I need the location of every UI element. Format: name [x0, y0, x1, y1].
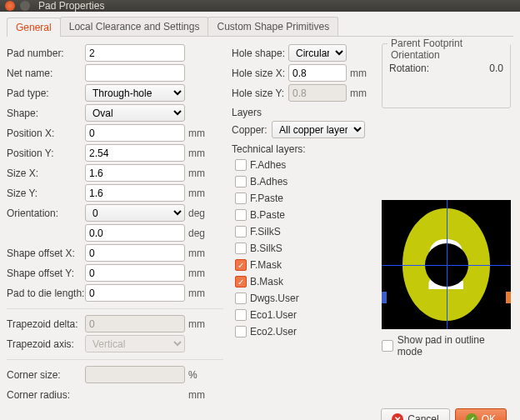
corner-r-input — [85, 386, 185, 403]
layer-label: F.Adhes — [250, 159, 286, 171]
sizey-label: Size Y: — [7, 188, 85, 199]
layer-checkbox-F.SilkS[interactable] — [235, 226, 247, 238]
orient-label: Orientation: — [7, 208, 85, 219]
pad-type-label: Pad type: — [7, 88, 85, 99]
copper-label: Copper: — [232, 124, 272, 136]
window-title: Pad Properties — [38, 0, 104, 12]
trap-d-input — [85, 315, 185, 332]
tab-general[interactable]: General — [7, 18, 61, 37]
tab-local-clearance[interactable]: Local Clearance and Settings — [60, 17, 209, 36]
layer-checkbox-B.Adhes[interactable] — [235, 176, 247, 188]
layer-label: B.Mask — [250, 276, 283, 288]
hole-x-label: Hole size X: — [232, 68, 288, 79]
layer-label: B.SilkS — [250, 242, 282, 254]
sizex-label: Size X: — [7, 168, 85, 179]
offx-label: Shape offset X: — [7, 248, 85, 259]
close-icon[interactable] — [5, 1, 15, 11]
layer-checkbox-B.Paste[interactable] — [235, 209, 247, 221]
minimize-icon[interactable] — [20, 1, 30, 11]
pad-type-select[interactable]: Through-hole — [85, 84, 185, 102]
rotation-label: Rotation: — [389, 62, 429, 74]
layer-label: F.SilkS — [250, 226, 281, 238]
rotation-value: 0.0 — [489, 62, 503, 74]
hole-y-input — [288, 84, 347, 102]
sizey-input[interactable] — [85, 184, 185, 202]
cancel-button[interactable]: ✕Cancel — [381, 408, 449, 420]
offy-input[interactable] — [85, 264, 185, 282]
layer-checkbox-F.Mask[interactable]: ✓ — [235, 259, 247, 271]
tech-layers-label: Technical layers: — [232, 143, 373, 155]
die-input[interactable] — [85, 284, 185, 302]
trap-d-label: Trapezoid delta: — [7, 318, 85, 330]
pad-number-label: Pad number: — [7, 48, 85, 59]
trap-a-select: Vertical — [85, 335, 185, 352]
posy-label: Position Y: — [7, 148, 85, 159]
tab-custom-shape[interactable]: Custom Shape Primitives — [208, 17, 338, 36]
layer-label: B.Paste — [250, 209, 285, 221]
layer-label: F.Paste — [250, 192, 283, 204]
net-name-input[interactable] — [85, 64, 185, 82]
posx-label: Position X: — [7, 128, 85, 139]
layer-checkbox-F.Paste[interactable] — [235, 192, 247, 204]
layer-checkbox-B.Mask[interactable]: ✓ — [235, 276, 247, 288]
tab-bar: General Local Clearance and Settings Cus… — [7, 17, 513, 37]
copper-select[interactable]: All copper layers — [272, 121, 365, 138]
orient-select[interactable]: 0 — [85, 204, 185, 222]
ok-button[interactable]: ✓OK — [455, 408, 507, 420]
show-outline-checkbox[interactable] — [382, 340, 393, 352]
posy-input[interactable] — [85, 144, 185, 162]
shape-select[interactable]: Oval — [85, 104, 185, 122]
ok-icon: ✓ — [466, 413, 478, 420]
hole-y-label: Hole size Y: — [232, 88, 288, 99]
layer-checkbox-F.Adhes[interactable] — [235, 159, 247, 171]
layer-label: B.Adhes — [250, 176, 288, 188]
offy-label: Shape offset Y: — [7, 268, 85, 279]
die-label: Pad to die length: — [7, 288, 85, 299]
corner-sz-input — [85, 366, 185, 383]
layer-label: F.Mask — [250, 259, 282, 271]
net-name-label: Net name: — [7, 68, 85, 79]
layer-checkbox-Eco1.User[interactable] — [235, 309, 247, 321]
trap-a-label: Trapezoid axis: — [7, 338, 85, 350]
shape-label: Shape: — [7, 108, 85, 119]
parent-orientation-title: Parent Footprint Orientation — [388, 38, 510, 61]
corner-sz-label: Corner size: — [7, 369, 85, 381]
parent-orientation-box: Parent Footprint Orientation Front side … — [382, 43, 511, 108]
sizex-input[interactable] — [85, 164, 185, 182]
pad-number-input[interactable] — [85, 44, 185, 62]
pad-preview: 2 — [382, 200, 511, 329]
hole-shape-select[interactable]: Circular — [288, 44, 347, 62]
posx-input[interactable] — [85, 124, 185, 142]
orient-free-input[interactable] — [85, 224, 185, 242]
layer-label: Dwgs.User — [250, 292, 299, 304]
hole-shape-label: Hole shape: — [232, 48, 288, 59]
layer-checkbox-Dwgs.User[interactable] — [235, 292, 247, 304]
layers-group-label: Layers — [232, 107, 373, 118]
hole-x-input[interactable] — [288, 64, 347, 82]
offx-input[interactable] — [85, 244, 185, 262]
show-outline-label: Show pad in outline mode — [398, 334, 511, 358]
titlebar: Pad Properties — [0, 0, 520, 12]
layer-checkbox-B.SilkS[interactable] — [235, 242, 247, 254]
layer-label: Eco2.User — [250, 326, 297, 338]
cancel-icon: ✕ — [392, 413, 403, 420]
layer-label: Eco1.User — [250, 309, 297, 321]
corner-r-label: Corner radius: — [7, 389, 85, 401]
layer-checkbox-Eco2.User[interactable] — [235, 326, 247, 338]
